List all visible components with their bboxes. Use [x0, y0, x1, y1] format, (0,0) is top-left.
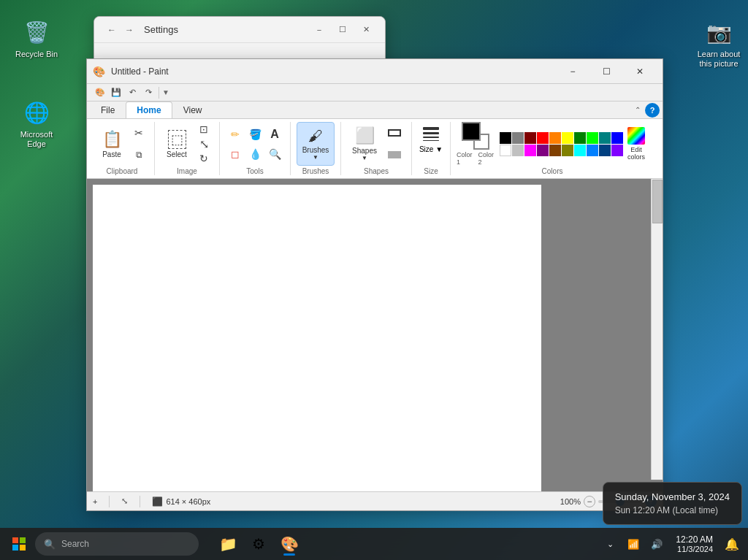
settings-forward-btn[interactable]: →	[121, 21, 138, 39]
desktop-icon-recycle-bin[interactable]: 🗑️ Recycle Bin	[7, 15, 66, 62]
brushes-btn[interactable]: 🖌 Brushes ▼	[297, 122, 335, 166]
taskbar-app-paint[interactable]: 🎨	[275, 531, 304, 557]
copy-btn[interactable]: ⧉	[129, 145, 148, 164]
size-content: Size ▼	[418, 122, 444, 166]
swatch-yellow[interactable]	[562, 132, 573, 144]
ribbon-collapse-btn[interactable]: ⌃	[630, 103, 645, 118]
swatch-purple[interactable]	[537, 145, 549, 156]
size-line-1	[423, 127, 439, 130]
tray-network-btn[interactable]: 📶	[623, 531, 644, 557]
ribbon-group-colors: Color1 Color2	[451, 122, 654, 175]
ribbon-group-brushes: 🖌 Brushes ▼ Brushes	[291, 122, 341, 175]
paint-canvas[interactable]	[93, 185, 541, 491]
vertical-scrollbar[interactable]	[651, 179, 663, 480]
scrollbar-thumb-v[interactable]	[652, 180, 663, 223]
paint-maximize-btn[interactable]: ☐	[589, 59, 623, 84]
paint-minimize-btn[interactable]: −	[556, 59, 589, 84]
swatch-cyan[interactable]	[574, 145, 586, 156]
swatch-white[interactable]	[500, 145, 511, 156]
swatch-violet[interactable]	[611, 145, 623, 156]
settings-maximize-btn[interactable]: ☐	[332, 23, 353, 37]
zoom-out-btn[interactable]: −	[584, 496, 595, 507]
resize-btn[interactable]: ⤡	[194, 137, 213, 151]
swatch-red[interactable]	[537, 132, 549, 144]
rotate-btn[interactable]: ↻	[194, 151, 213, 166]
swatch-navy[interactable]	[599, 145, 611, 156]
qa-undo-btn[interactable]: ↶	[125, 85, 140, 100]
taskbar-search-bar[interactable]: 🔍	[35, 532, 199, 556]
paint-close-btn[interactable]: ✕	[623, 59, 657, 84]
brushes-group-label: Brushes	[302, 167, 329, 175]
fill-style-btn[interactable]	[383, 145, 405, 165]
tab-file[interactable]: File	[90, 101, 126, 118]
swatch-blue[interactable]	[611, 132, 623, 144]
color-labels: Color1 Color2	[457, 151, 494, 166]
settings-minimize-btn[interactable]: −	[309, 23, 329, 37]
color1-box[interactable]	[462, 122, 481, 141]
swatch-brown[interactable]	[549, 145, 561, 156]
desktop-icon-learn[interactable]: 📷 Learn about this picture	[690, 15, 748, 72]
qa-save-btn[interactable]: 💾	[109, 85, 123, 100]
color-picker-btn[interactable]: 💧	[245, 145, 264, 164]
color2-label: Color2	[478, 151, 495, 166]
search-icon: 🔍	[44, 539, 56, 550]
search-input[interactable]	[61, 539, 190, 549]
swatch-dgreen[interactable]	[574, 132, 586, 144]
swatch-green[interactable]	[587, 132, 598, 144]
outline-icon	[388, 129, 401, 137]
add-canvas-btn[interactable]: +	[93, 497, 97, 506]
qa-dropdown-btn[interactable]: ▼	[162, 88, 169, 96]
paste-btn[interactable]: 📋 Paste	[96, 122, 128, 166]
desktop-icon-edge[interactable]: 🌐 Microsoft Edge	[7, 95, 66, 152]
ribbon-group-tools: ✏ 🪣 A ◻ 💧	[220, 122, 291, 175]
svg-rect-0	[12, 537, 18, 543]
swatch-lgray[interactable]	[512, 145, 524, 156]
canvas-area[interactable]	[87, 179, 663, 491]
eraser-btn[interactable]: ◻	[226, 145, 245, 164]
crop-btn[interactable]: ⊡	[194, 122, 213, 137]
magnify-btn[interactable]: 🔍	[265, 145, 284, 164]
text-btn[interactable]: A	[265, 125, 284, 144]
start-button[interactable]	[6, 531, 32, 557]
tab-home[interactable]: Home	[126, 101, 172, 118]
cut-btn[interactable]: ✂	[129, 123, 148, 142]
swatch-darkred[interactable]	[524, 132, 536, 144]
brushes-label: Brushes	[302, 146, 329, 154]
taskbar-clock[interactable]: 12:20 AM 11/3/2024	[670, 534, 719, 553]
resize-canvas-status[interactable]: ⤡	[121, 496, 128, 506]
swatch-teal[interactable]	[599, 132, 611, 144]
swatch-lblue[interactable]	[587, 145, 598, 156]
tab-view[interactable]: View	[172, 101, 213, 118]
qa-paint-icon[interactable]: 🎨	[93, 85, 107, 100]
tray-chevron-btn[interactable]: ⌄	[600, 531, 620, 557]
swatch-magenta[interactable]	[524, 145, 536, 156]
swatch-olive[interactable]	[562, 145, 573, 156]
paste-label: Paste	[102, 150, 121, 158]
notification-btn[interactable]: 🔔	[722, 531, 742, 557]
taskbar-app-file-explorer[interactable]: 📁	[213, 531, 243, 557]
swatch-dgray[interactable]	[512, 132, 524, 144]
tray-sound-btn[interactable]: 🔊	[646, 531, 667, 557]
settings-back-btn[interactable]: ←	[103, 21, 121, 39]
taskbar-tray: ⌄ 📶 🔊 12:20 AM 11/3/2024 🔔	[600, 531, 742, 557]
colors-label: Colors	[542, 167, 563, 175]
select-btn[interactable]: ⬚ Select	[161, 122, 193, 166]
qa-redo-btn[interactable]: ↷	[141, 85, 156, 100]
fill-btn[interactable]: 🪣	[245, 125, 264, 144]
edit-colors-btn[interactable]: Editcolors	[625, 126, 648, 162]
cut-icon: ✂	[134, 127, 143, 139]
pencil-btn[interactable]: ✏	[226, 125, 245, 144]
settings-gear-icon: ⚙	[252, 535, 265, 553]
paint-title: Untitled - Paint	[111, 66, 169, 77]
dimensions-icon: ⬛	[152, 496, 163, 507]
size-btn[interactable]: Size ▼	[418, 123, 444, 165]
help-btn[interactable]: ?	[645, 103, 660, 118]
settings-close-btn[interactable]: ✕	[356, 23, 376, 37]
fill-icon: 🪣	[249, 129, 262, 140]
swatch-orange[interactable]	[549, 132, 561, 144]
taskbar-app-settings[interactable]: ⚙	[244, 531, 273, 557]
shapes-btn[interactable]: ⬜ Shapes ▼	[347, 122, 382, 166]
swatch-black[interactable]	[500, 132, 511, 144]
outline-btn[interactable]	[383, 123, 405, 143]
edit-colors-label: Editcolors	[627, 146, 645, 161]
